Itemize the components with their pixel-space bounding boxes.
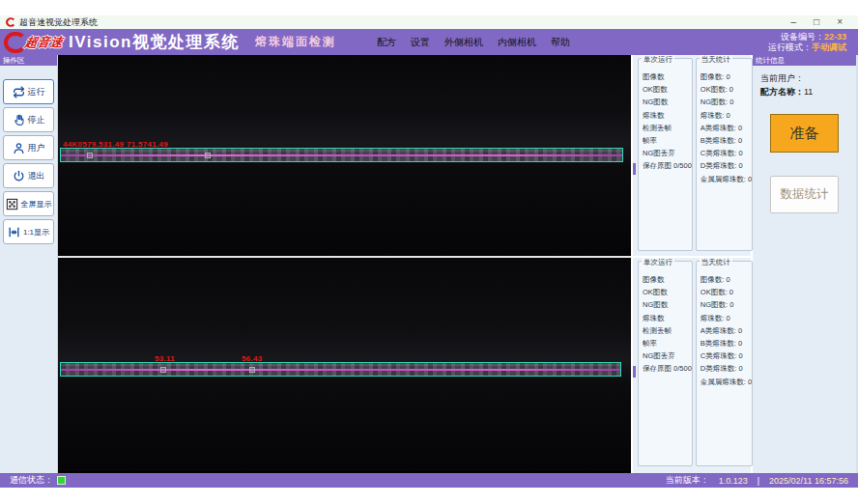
today-stats-groupbox: 当天统计 图像数: 0OK图数: 0NG图数: 0熔珠数: 0A类熔珠数: 0B… <box>696 58 753 251</box>
sidebar-title: 操作区 <box>0 55 57 66</box>
stat-row: 金属屑熔珠数: 0 <box>701 173 752 185</box>
outer-camera-view: 44K0579.531.49 71.5741.49 <box>58 55 631 258</box>
groupbox-title: 单次运行 <box>642 55 674 65</box>
exit-button-label: 退出 <box>28 170 45 182</box>
stat-row: B类熔珠数: 0 <box>701 134 752 147</box>
close-button[interactable]: × <box>837 17 843 27</box>
groupbox-title: 单次运行 <box>642 258 674 267</box>
stat-row: C类熔珠数: 0 <box>701 147 752 159</box>
menu-item[interactable]: 外侧相机 <box>444 36 483 49</box>
stat-row: C类熔珠数: 0 <box>701 350 752 362</box>
bead-marker <box>249 367 255 373</box>
recipe-name-label: 配方名称： <box>760 87 804 97</box>
stat-row: 图像数 <box>643 273 692 286</box>
power-icon <box>13 170 25 182</box>
stop-hand-icon <box>13 114 25 126</box>
groupbox-title: 当天统计 <box>700 258 732 267</box>
weld-bead-detection-box <box>60 362 621 377</box>
stat-row: 检测丢帧 <box>643 122 692 134</box>
app-logo-icon <box>6 17 15 27</box>
stat-row: 保存原图 0/500 <box>643 362 692 375</box>
stat-row: NG图数 <box>643 298 692 311</box>
datetime-value: 2025/02/11 16:57:56 <box>769 476 848 486</box>
weld-bead-detection-box <box>60 148 623 162</box>
run-mode-value: 手动调试 <box>812 42 846 52</box>
brand-name: 超音速 <box>23 34 64 51</box>
stat-row: OK图数: 0 <box>701 83 752 96</box>
data-statistics-button[interactable]: 数据统计 <box>770 176 839 213</box>
stat-row: 帧率 <box>643 134 692 147</box>
stat-row: NG图丢弃 <box>643 350 692 362</box>
inner-camera-view: 53.11 56.43 <box>58 258 631 471</box>
inner-camera-stats: 单次运行 图像数OK图数NG图数熔珠数检测丢帧帧率NG图丢弃保存原图 0/500… <box>633 258 751 471</box>
camera-views: 44K0579.531.49 71.5741.49 53.11 56.43 <box>58 55 631 473</box>
one-to-one-button-label: 1:1显示 <box>23 227 49 238</box>
one-to-one-button[interactable]: 1:1显示 <box>3 219 54 244</box>
prepare-button[interactable]: 准备 <box>770 114 839 153</box>
minimize-button[interactable]: – <box>791 17 797 27</box>
app-header: 超音速 IVision视觉处理系统 熔珠端面检测 配方设置外侧相机内侧相机帮助 … <box>0 29 858 55</box>
current-user-label: 当前用户： <box>760 73 804 83</box>
menu-item[interactable]: 配方 <box>377 36 396 49</box>
stat-row: 图像数: 0 <box>701 70 752 83</box>
run-cycle-icon <box>13 86 25 98</box>
stat-row: 熔珠数 <box>643 109 692 122</box>
splitter-handle[interactable] <box>633 366 636 378</box>
status-bar: 通信状态： 当前版本： 1.0.123 | 2025/02/11 16:57:5… <box>0 473 858 488</box>
stop-button[interactable]: 停止 <box>3 107 54 132</box>
stat-row: NG图数 <box>643 96 692 108</box>
device-number-label: 设备编号： <box>781 32 824 42</box>
info-panel: 统计信息 当前用户： 配方名称：11 准备 数据统计 <box>751 55 856 473</box>
menu-item[interactable]: 设置 <box>411 36 430 49</box>
menu-item[interactable]: 内侧相机 <box>498 36 536 49</box>
stat-row: D类熔珠数: 0 <box>701 362 752 375</box>
bead-marker <box>160 367 166 373</box>
stat-row: D类熔珠数: 0 <box>701 159 752 172</box>
comm-status-label: 通信状态： <box>10 474 53 487</box>
stat-row: OK图数: 0 <box>701 286 752 298</box>
run-button[interactable]: 运行 <box>3 79 54 104</box>
statusbar-separator: | <box>758 476 759 486</box>
groupbox-title: 当天统计 <box>700 55 732 65</box>
fullscreen-grid-icon <box>6 198 18 210</box>
stat-row: B类熔珠数: 0 <box>701 337 752 350</box>
stat-row: 熔珠数 <box>643 312 692 324</box>
stat-row: A类熔珠数: 0 <box>701 324 752 337</box>
app-subtitle: 熔珠端面检测 <box>255 34 336 50</box>
recipe-name-value: 11 <box>804 87 813 97</box>
app-window: 超音速视觉处理系统 – □ × 超音速 IVision视觉处理系统 熔珠端面检测… <box>0 15 858 488</box>
stat-row: 检测丢帧 <box>643 324 692 337</box>
bead-marker <box>87 153 93 158</box>
menu-item[interactable]: 帮助 <box>551 36 570 49</box>
fullscreen-button[interactable]: 全屏显示 <box>3 191 54 216</box>
run-mode-label: 运行模式： <box>768 42 812 52</box>
stat-row: 帧率 <box>643 337 692 350</box>
stat-row: 熔珠数: 0 <box>701 312 752 324</box>
version-value: 1.0.123 <box>719 476 748 486</box>
comm-status-indicator <box>57 476 66 485</box>
user-icon <box>13 142 25 154</box>
single-run-groupbox: 单次运行 图像数OK图数NG图数熔珠数检测丢帧帧率NG图丢弃保存原图 0/500 <box>638 58 693 251</box>
titlebar: 超音速视觉处理系统 – □ × <box>0 15 858 29</box>
device-number-value: 22-33 <box>824 32 846 42</box>
user-button[interactable]: 用户 <box>3 135 54 160</box>
single-run-groupbox: 单次运行 图像数OK图数NG图数熔珠数检测丢帧帧率NG图丢弃保存原图 0/500 <box>638 261 693 466</box>
stop-button-label: 停止 <box>28 114 45 126</box>
statistics-column: 单次运行 图像数OK图数NG图数熔珠数检测丢帧帧率NG图丢弃保存原图 0/500… <box>631 55 751 473</box>
stat-row: A类熔珠数: 0 <box>701 122 752 134</box>
stat-row: 熔珠数: 0 <box>701 109 752 122</box>
stat-row: NG图丢弃 <box>643 147 692 159</box>
run-button-label: 运行 <box>28 86 45 98</box>
device-info: 设备编号：22-33 运行模式：手动调试 <box>768 32 846 53</box>
splitter-handle[interactable] <box>633 163 636 175</box>
maximize-button[interactable]: □ <box>814 17 819 27</box>
stat-row: NG图数: 0 <box>701 96 752 108</box>
stat-row: OK图数 <box>643 286 692 298</box>
bead-marker <box>205 153 211 158</box>
stat-row: NG图数: 0 <box>701 298 752 311</box>
version-label: 当前版本： <box>666 474 709 487</box>
stat-row: 保存原图 0/500 <box>643 159 692 172</box>
user-button-label: 用户 <box>28 142 45 154</box>
main-menu: 配方设置外侧相机内侧相机帮助 <box>377 36 570 49</box>
exit-button[interactable]: 退出 <box>3 163 54 188</box>
